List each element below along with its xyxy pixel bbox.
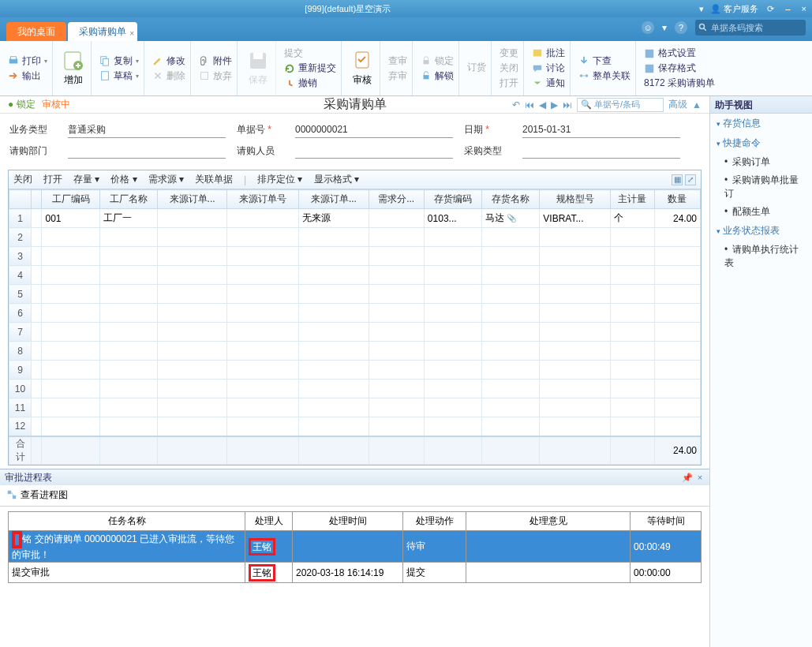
unlock-button[interactable]: 解锁 bbox=[421, 69, 454, 83]
draft-button[interactable]: 草稿 ▾ bbox=[99, 69, 139, 83]
grid-col-header[interactable]: 来源订单号 bbox=[227, 190, 299, 209]
resubmit-button[interactable]: 重新提交 bbox=[284, 62, 336, 75]
ptype-field[interactable] bbox=[522, 143, 680, 159]
grid-tool1-icon[interactable]: ▦ bbox=[672, 174, 683, 185]
grid-sort-link[interactable]: 排序定位 ▾ bbox=[257, 173, 302, 186]
advanced-link[interactable]: 高级 bbox=[668, 98, 687, 111]
user-cs[interactable]: 👤 客户服务 bbox=[710, 3, 758, 15]
quickcmd-item[interactable]: 采购请购单批量订 bbox=[710, 171, 812, 203]
grid-rel-link[interactable]: 关联单据 bbox=[195, 173, 233, 186]
attach-button[interactable]: 附件 bbox=[199, 54, 232, 68]
tab-close-icon[interactable]: × bbox=[129, 24, 134, 43]
svg-rect-21 bbox=[8, 491, 11, 494]
dropdown-icon[interactable]: ▾ bbox=[662, 22, 667, 33]
table-row[interactable]: 6 bbox=[9, 304, 701, 323]
approval-grid[interactable]: 任务名称处理人处理时间处理动作处理意见等待时间 铭 交的请购单 00000000… bbox=[8, 511, 702, 583]
copy-button[interactable]: 复制 ▾ bbox=[99, 54, 139, 68]
smiley-icon[interactable]: ☺ bbox=[642, 21, 654, 34]
nav-undo-icon[interactable]: ↶ bbox=[512, 99, 520, 110]
format-button[interactable]: 格式设置 bbox=[644, 47, 715, 60]
table-row[interactable]: 4 bbox=[9, 266, 701, 285]
grid-close-link[interactable]: 关闭 bbox=[13, 173, 32, 186]
grid-col-header[interactable]: 需求分... bbox=[369, 190, 424, 209]
audit-button[interactable]: 审核 bbox=[345, 41, 380, 95]
section-quickcmd[interactable]: 快捷命令 bbox=[710, 133, 812, 153]
nav-prev-icon[interactable]: ◀ bbox=[539, 99, 546, 110]
table-row[interactable]: 8 bbox=[9, 342, 701, 361]
report-item[interactable]: 请购单执行统计表 bbox=[710, 241, 812, 272]
grid-col-header[interactable]: 来源订单... bbox=[157, 190, 226, 209]
tab-document[interactable]: 采购请购单 × bbox=[68, 22, 137, 41]
person-field[interactable] bbox=[295, 143, 453, 159]
main-grid[interactable]: 工厂编码工厂名称来源订单...来源订单号来源订单...需求分...存货编码存货名… bbox=[9, 189, 701, 465]
table-row[interactable]: 9 bbox=[9, 361, 701, 380]
discuss-button[interactable]: 讨论 bbox=[532, 62, 565, 75]
add-button[interactable]: 增加 bbox=[56, 41, 92, 95]
table-row[interactable]: 7 bbox=[9, 323, 701, 342]
nav-first-icon[interactable]: ⏮ bbox=[525, 99, 534, 110]
doc-title: 采购请购单 bbox=[324, 96, 387, 113]
table-row[interactable]: 11 bbox=[9, 398, 701, 417]
quickcmd-item[interactable]: 配额生单 bbox=[710, 203, 812, 221]
grid-disp-link[interactable]: 显示格式 ▾ bbox=[314, 173, 359, 186]
grid-col-header[interactable]: 数量 bbox=[654, 190, 700, 209]
tab-desktop[interactable]: 我的桌面 bbox=[6, 22, 66, 41]
collapse-icon[interactable]: ▲ bbox=[692, 99, 702, 110]
svg-point-0 bbox=[700, 24, 705, 29]
format-code[interactable]: 8172 采购请购单 bbox=[644, 77, 715, 90]
grid-col-header[interactable] bbox=[32, 190, 42, 209]
table-row[interactable]: 10 bbox=[9, 380, 701, 398]
pin-icon[interactable]: 📌 bbox=[683, 473, 692, 482]
grid-demand-link[interactable]: 需求源 ▾ bbox=[148, 173, 184, 186]
relation-button[interactable]: 整单关联 bbox=[578, 69, 631, 83]
lock-button: 锁定 bbox=[421, 54, 454, 68]
table-row[interactable]: 2 bbox=[9, 228, 701, 247]
doc-search[interactable]: 🔍 单据号/条码 bbox=[577, 98, 664, 112]
nav-next-icon[interactable]: ▶ bbox=[551, 99, 558, 110]
minimize-button[interactable]: ‒ bbox=[783, 4, 793, 14]
refresh-icon[interactable]: ⟳ bbox=[765, 4, 776, 14]
approval-row: 提交审批 王铭 2020-03-18 16:14:19 提交 00:00:00 bbox=[9, 563, 702, 583]
grid-col-header[interactable]: 主计量 bbox=[611, 190, 654, 209]
grid-tool2-icon[interactable]: ⤢ bbox=[685, 174, 696, 185]
grid-col-header[interactable]: 来源订单... bbox=[299, 190, 369, 209]
notify-button[interactable]: 通知 bbox=[532, 77, 565, 90]
section-reports[interactable]: 业务状态报表 bbox=[710, 221, 812, 241]
grid-col-header[interactable]: 存货编码 bbox=[424, 190, 481, 209]
form-area: 业务类型 普通采购 单据号 * 0000000021 日期 * 2015-01-… bbox=[0, 114, 709, 166]
grid-price-link[interactable]: 价格 ▾ bbox=[110, 173, 137, 186]
biz-type-field[interactable]: 普通采购 bbox=[68, 122, 226, 138]
grid-col-header[interactable]: 工厂名称 bbox=[99, 190, 157, 209]
grid-open-link[interactable]: 打开 bbox=[43, 173, 62, 186]
revoke-button[interactable]: 撤销 bbox=[284, 77, 336, 90]
dropdown-icon[interactable]: ▾ bbox=[699, 4, 704, 14]
barcode-search[interactable]: 单据条码搜索 bbox=[695, 20, 806, 36]
table-row[interactable]: 12 bbox=[9, 417, 701, 436]
date-field[interactable]: 2015-01-31 bbox=[522, 122, 680, 138]
query-button: 查审 bbox=[388, 54, 407, 68]
download-button[interactable]: 下查 bbox=[578, 54, 631, 68]
section-inventory[interactable]: 存货信息 bbox=[710, 114, 812, 133]
grid-col-header[interactable]: 工厂编码 bbox=[42, 190, 99, 209]
batch-button[interactable]: 批注 bbox=[532, 47, 565, 60]
grid-col-header[interactable]: 规格型号 bbox=[540, 190, 611, 209]
close-button[interactable]: × bbox=[799, 4, 809, 13]
print-button[interactable]: 打印 ▾ bbox=[8, 54, 47, 68]
view-flow-button[interactable]: 查看进程图 bbox=[6, 488, 68, 502]
grid-stock-link[interactable]: 存量 ▾ bbox=[73, 173, 99, 186]
close-panel-icon[interactable]: × bbox=[695, 473, 705, 482]
grid-col-header[interactable]: 存货名称 bbox=[482, 190, 540, 209]
table-row[interactable]: 5 bbox=[9, 285, 701, 304]
quickcmd-item[interactable]: 采购订单 bbox=[710, 153, 812, 171]
help-icon[interactable]: ? bbox=[675, 21, 687, 34]
table-row[interactable]: 3 bbox=[9, 247, 701, 266]
output-button[interactable]: 输出 bbox=[8, 69, 47, 83]
modify-button[interactable]: 修改 bbox=[152, 54, 185, 68]
nav-last-icon[interactable]: ⏭ bbox=[563, 99, 572, 110]
search-icon bbox=[698, 23, 708, 32]
bill-no-field[interactable]: 0000000021 bbox=[295, 122, 453, 138]
table-row[interactable]: 1001工厂一无来源0103...马达 VIBRAT...个24.00 bbox=[9, 209, 701, 228]
order-button: 订货 bbox=[467, 61, 486, 74]
dept-field[interactable] bbox=[68, 143, 226, 159]
save-format-button[interactable]: 保存格式 bbox=[644, 62, 715, 75]
